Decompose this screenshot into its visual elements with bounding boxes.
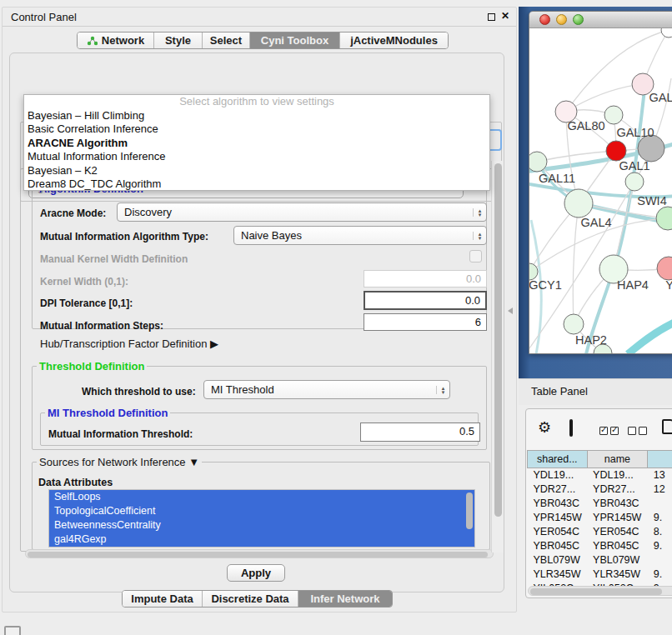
float-window-icon[interactable] bbox=[488, 13, 495, 21]
network-node-gal1[interactable] bbox=[606, 141, 626, 161]
thick-edges bbox=[529, 74, 672, 354]
dpi-tolerance-label: DPI Tolerance [0,1]: bbox=[40, 298, 133, 309]
minimize-light-icon[interactable] bbox=[556, 14, 567, 25]
list-scrollbar-thumb[interactable] bbox=[466, 492, 473, 529]
network-window-titlebar bbox=[529, 12, 672, 28]
horizontal-scrollbar[interactable] bbox=[25, 549, 494, 558]
network-view-window: GALGAL80GAL10GAL1GAL11SWI4GAL4GCY1HAP4YH… bbox=[529, 11, 672, 354]
tab-infer-network[interactable]: Infer Network bbox=[298, 591, 392, 607]
list-item[interactable]: gal4RGexp bbox=[49, 532, 474, 547]
unchecked-pair-icon[interactable] bbox=[628, 423, 649, 438]
kernel-width-input[interactable]: 0.0 bbox=[364, 270, 487, 288]
stepper-arrows-icon: ▴▾ bbox=[473, 232, 486, 240]
dropdown-placeholder: Select algorithm to view settings bbox=[24, 95, 489, 109]
network-node-gal10[interactable] bbox=[604, 106, 623, 124]
dropdown-item[interactable]: Dream8 DC_TDC Algorithm bbox=[24, 178, 489, 192]
which-threshold-select[interactable]: MI Threshold ▴▾ bbox=[203, 380, 450, 399]
network-node-gal11[interactable] bbox=[529, 152, 547, 172]
network-node-swi4[interactable] bbox=[625, 172, 644, 191]
column-header[interactable]: shared... bbox=[528, 451, 588, 468]
table-toolbar: ⚙ bbox=[526, 409, 672, 448]
dropdown-item[interactable]: Basic Correlation Inference bbox=[24, 122, 489, 137]
bottom-tab-bar: Impute DataDiscretize DataInfer Network bbox=[122, 590, 393, 608]
table-row[interactable]: YBR043CYBR043C bbox=[528, 497, 672, 511]
cyni-toolbox-panel: ▴▾ gal-filtered sif default node Select … bbox=[9, 52, 504, 592]
tab-network[interactable]: Network bbox=[78, 32, 153, 48]
mi-threshold-input[interactable]: 0.5 bbox=[360, 422, 480, 442]
dropdown-item[interactable]: Bayesian – Hill Climbing bbox=[24, 109, 489, 123]
node-label: GAL10 bbox=[616, 126, 654, 139]
hub-definition-toggle[interactable]: Hub/Transcription Factor Definition ▶ bbox=[40, 338, 218, 350]
kernel-width-label: Kernel Width (0,1): bbox=[40, 276, 128, 288]
list-item[interactable]: TopologicalCoefficient bbox=[49, 504, 474, 518]
node-label: GAL4 bbox=[580, 216, 611, 229]
table-horizontal-scrollbar-thumb[interactable] bbox=[530, 588, 662, 595]
minimized-panel-icon[interactable] bbox=[4, 626, 21, 635]
network-canvas[interactable]: GALGAL80GAL10GAL1GAL11SWI4GAL4GCY1HAP4YH… bbox=[529, 28, 672, 354]
mi-steps-input[interactable]: 6 bbox=[364, 313, 487, 331]
settings-scrollbar-thumb[interactable] bbox=[494, 163, 502, 517]
collapsed-arrow-icon: ▶ bbox=[210, 338, 218, 350]
control-panel-titlebar: Control Panel ✕ bbox=[3, 8, 516, 27]
close-light-icon[interactable] bbox=[539, 14, 550, 25]
expanded-arrow-icon[interactable]: ▼ bbox=[188, 456, 199, 468]
table-horizontal-scrollbar[interactable] bbox=[528, 586, 672, 596]
zoom-light-icon[interactable] bbox=[573, 14, 584, 25]
apply-button[interactable]: Apply bbox=[227, 564, 285, 582]
node-label: Y bbox=[665, 278, 672, 292]
table-row[interactable]: YDL19...YDL19...13 bbox=[528, 468, 672, 482]
data-attributes-list[interactable]: SelfLoopsTopologicalCoefficientBetweenne… bbox=[48, 489, 475, 548]
network-node[interactable] bbox=[661, 28, 672, 38]
network-node-gcy1[interactable] bbox=[529, 263, 538, 280]
node-label: GAL1 bbox=[619, 159, 649, 172]
node-label: SWI4 bbox=[637, 194, 666, 208]
node-label: HAP2 bbox=[575, 333, 607, 347]
node-label: GCY1 bbox=[529, 278, 562, 292]
dpi-tolerance-input[interactable]: 0.0 bbox=[364, 291, 487, 310]
column-header[interactable]: name bbox=[587, 451, 648, 468]
settings-gear-icon[interactable]: ⚙ bbox=[538, 418, 551, 437]
close-icon[interactable]: ✕ bbox=[501, 10, 509, 22]
table-row[interactable]: YLR345WYLR345W9. bbox=[528, 568, 672, 582]
column-header[interactable] bbox=[648, 451, 672, 468]
tab-discretize-data[interactable]: Discretize Data bbox=[202, 591, 298, 607]
mi-steps-label: Mutual Information Steps: bbox=[40, 320, 163, 332]
settings-scrollbar[interactable] bbox=[491, 161, 504, 552]
network-node-hap2[interactable] bbox=[564, 314, 584, 334]
network-node-gal4[interactable] bbox=[564, 189, 593, 218]
which-threshold-label: Which threshold to use: bbox=[82, 386, 196, 398]
network-node-y[interactable] bbox=[657, 257, 672, 280]
split-columns-icon[interactable] bbox=[569, 419, 573, 437]
page-icon[interactable] bbox=[662, 419, 672, 434]
table-row[interactable]: YPR145WYPR145W9. bbox=[528, 511, 672, 525]
manual-kernel-width-label: Manual Kernel Width Definition bbox=[40, 253, 188, 265]
top-tab-bar: NetworkStyleSelectCyni ToolboxjActiveMNo… bbox=[77, 32, 449, 49]
list-item[interactable]: BetweennessCentrality bbox=[49, 518, 474, 532]
splitter-handle-icon[interactable] bbox=[508, 308, 513, 314]
tab-select[interactable]: Select bbox=[202, 32, 249, 48]
node-label: GAL80 bbox=[567, 119, 604, 132]
aracne-mode-select[interactable]: Discovery ▴▾ bbox=[117, 202, 487, 222]
node-label: HAP4 bbox=[617, 278, 649, 292]
tab-style[interactable]: Style bbox=[153, 32, 202, 48]
network-node[interactable] bbox=[656, 207, 672, 230]
algorithm-dropdown-list: Select algorithm to view settingsBayesia… bbox=[23, 94, 490, 191]
mi-algorithm-type-select[interactable]: Naive Bayes ▴▾ bbox=[233, 226, 487, 245]
checked-pair-icon[interactable] bbox=[599, 423, 621, 438]
network-icon bbox=[87, 36, 98, 46]
tab-cyni-toolbox[interactable]: Cyni Toolbox bbox=[249, 32, 339, 48]
dropdown-item[interactable]: Mutual Information Inference bbox=[24, 150, 489, 164]
tab-jactivemnodules[interactable]: jActiveMNodules bbox=[339, 32, 448, 48]
manual-kernel-width-checkbox[interactable] bbox=[469, 250, 482, 262]
horizontal-scrollbar-thumb[interactable] bbox=[28, 552, 488, 558]
stepper-arrows-icon: ▴▾ bbox=[473, 208, 486, 217]
table-row[interactable]: YBL079WYBL079W bbox=[528, 553, 672, 568]
table-row[interactable]: YDR27...YDR27...12 bbox=[528, 482, 672, 497]
dropdown-item[interactable]: ARACNE Algorithm bbox=[24, 137, 489, 151]
stepper-arrows-icon: ▴▾ bbox=[436, 386, 449, 394]
dropdown-item[interactable]: Bayesian – K2 bbox=[24, 164, 489, 178]
list-item[interactable]: SelfLoops bbox=[49, 490, 474, 504]
table-row[interactable]: YER054CYER054C8. bbox=[528, 525, 672, 539]
table-row[interactable]: YBR045CYBR045C9. bbox=[528, 539, 672, 553]
tab-impute-data[interactable]: Impute Data bbox=[123, 591, 202, 607]
